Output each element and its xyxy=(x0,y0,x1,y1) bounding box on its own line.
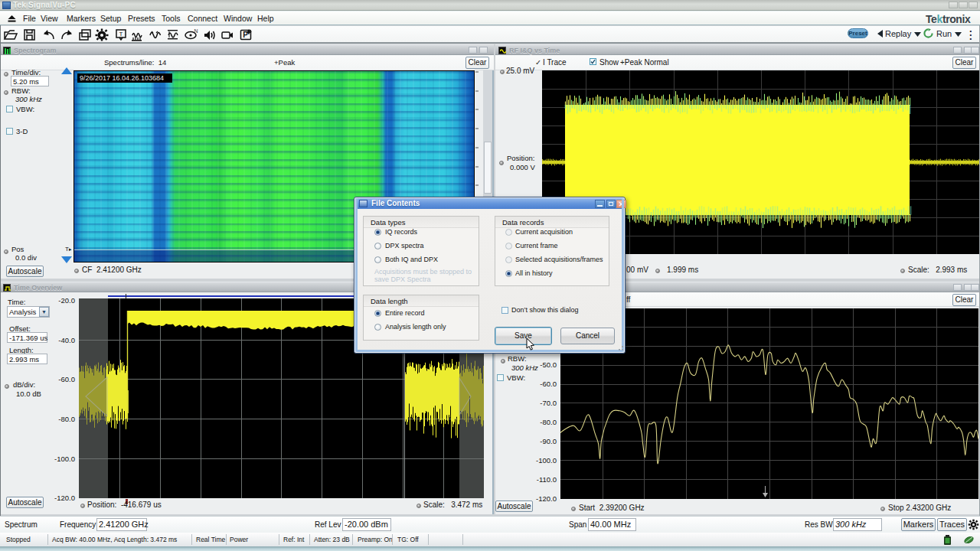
svg-text:T: T xyxy=(119,31,123,37)
svg-text:N: N xyxy=(194,28,198,34)
